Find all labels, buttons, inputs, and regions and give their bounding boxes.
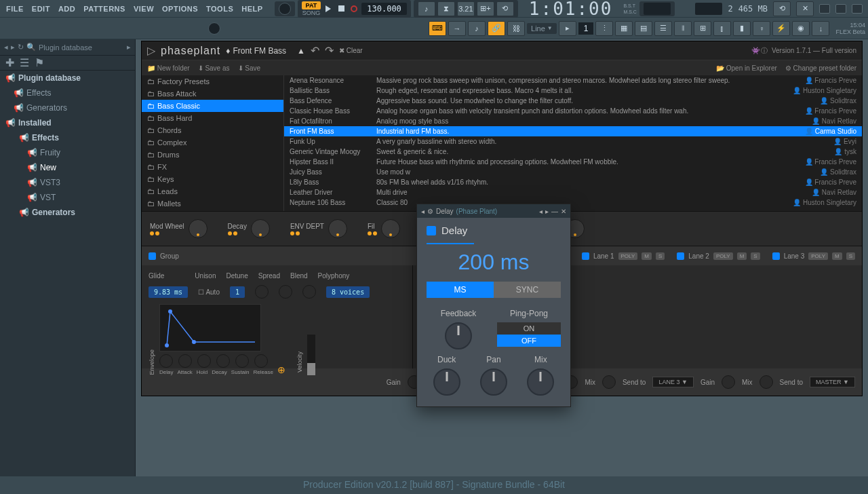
flag-icon[interactable]: ⚑ [35, 56, 44, 69]
blend-knob[interactable] [302, 285, 316, 299]
note-button[interactable]: ♪ [468, 21, 486, 36]
auto-scroll-button[interactable]: 🔗 [488, 21, 505, 36]
delay-time-value[interactable]: 200 ms [417, 247, 570, 282]
preset-folder[interactable]: 🗀 Complex [142, 136, 283, 149]
close-all-button[interactable]: ↓ [812, 21, 829, 36]
decay-knob[interactable] [216, 354, 230, 368]
preset-folder[interactable]: 🗀 Motion [142, 210, 283, 211]
countdown-button[interactable]: 3.21 [457, 1, 475, 16]
minimize-button[interactable] [819, 4, 830, 14]
expand-icon[interactable]: ▸ [127, 43, 131, 52]
search-icon[interactable]: 🔍 [26, 43, 36, 52]
preset-folder[interactable]: 🗀 FX [142, 161, 283, 173]
sync-tab[interactable]: SYNC [494, 282, 561, 298]
step-edit-button[interactable]: → [448, 21, 466, 36]
preset-folder[interactable]: 🗀 Leads [142, 185, 283, 197]
loop-rec-button[interactable]: ⟲ [496, 1, 514, 16]
pan-knob[interactable] [480, 368, 507, 396]
browser-path[interactable]: ◂ ▸ ↻ 🔍 Plugin database ▸ [0, 39, 135, 56]
detune-knob[interactable] [255, 285, 269, 299]
velocity-slider[interactable] [307, 335, 315, 375]
preset-row[interactable]: Hipster Bass IIFuture House bass with rh… [284, 157, 862, 167]
gain-knob-3[interactable] [722, 375, 735, 389]
send-dest-3[interactable]: MASTER ▼ [810, 377, 855, 387]
spread-knob[interactable] [279, 285, 292, 299]
play-button[interactable] [323, 3, 334, 14]
lane-2[interactable]: Lane 2POLYMS [677, 252, 760, 260]
preset-row[interactable]: Leather DriverMulti drive👤 Navi Retlav [284, 187, 862, 197]
menu-icon[interactable]: ◂ [421, 208, 425, 215]
overdub-button[interactable]: ⊞+ [477, 1, 494, 16]
sidebar-item[interactable]: 📢 Generators [0, 205, 135, 220]
stop-button[interactable] [336, 3, 347, 14]
envelope-graph[interactable] [159, 304, 261, 352]
file-button[interactable]: ♀ [753, 21, 770, 36]
pattern-mode-button[interactable]: PAT [302, 1, 321, 10]
delay-titlebar[interactable]: ◂ ⚙ Delay (Phase Plant) ◂ ▸ — ✕ [417, 204, 570, 218]
open-explorer-button[interactable]: 📂 Open in Explorer [716, 64, 777, 72]
preset-folder[interactable]: 🗀 Bass Attack [142, 88, 283, 100]
preset-folder[interactable]: 🗀 Bass Classic [142, 100, 283, 112]
duck-knob[interactable] [433, 368, 460, 396]
preset-row[interactable]: Generic Vintage MoogySweet & generic & n… [284, 147, 862, 157]
switch-button[interactable]: ✕ [796, 1, 814, 16]
sidebar-item[interactable]: 📢 Effects [0, 130, 135, 145]
preset-folder[interactable]: 🗀 Factory Presets [142, 75, 283, 88]
record-button[interactable] [349, 3, 359, 14]
menu-edit[interactable]: EDIT [28, 2, 54, 16]
preset-row[interactable]: Neptune 106 BassClassic 80👤 Huston Singl… [284, 197, 862, 208]
delay-knob[interactable] [159, 354, 173, 368]
menu-patterns[interactable]: PATTERNS [80, 2, 129, 16]
attack-knob[interactable] [178, 354, 192, 368]
mix-knob-3[interactable] [760, 375, 773, 389]
render-button[interactable]: ⚡ [772, 21, 790, 36]
back-icon[interactable]: ◂ [4, 43, 8, 52]
metronome-button[interactable]: ♪ [418, 1, 435, 16]
polyphony-value[interactable]: 8 voices [326, 286, 370, 298]
plugin-picker-button[interactable]: ▮ [733, 21, 751, 36]
add-module-button[interactable]: ⊕ [277, 364, 285, 375]
pattern-number[interactable]: 1 [578, 22, 594, 35]
send-dest-2[interactable]: LANE 3 ▼ [652, 377, 693, 387]
release-knob[interactable] [254, 354, 268, 368]
preset-folder[interactable]: 🗀 Drums [142, 149, 283, 161]
add-icon[interactable]: ✚ [5, 56, 14, 69]
preset-row[interactable]: Arena ResonanceMassive prog rock bass sw… [284, 75, 862, 86]
time-mode-labels[interactable]: B.S.TM.S.C [623, 3, 636, 14]
macro-control[interactable]: Mod Wheel [150, 219, 208, 238]
channel-rack-button[interactable]: ☰ [654, 21, 672, 36]
tempo-tap-button[interactable]: ⫿ [713, 21, 731, 36]
change-folder-button[interactable]: ⚙ Change preset folder [785, 64, 856, 72]
pingpong-toggle[interactable]: ON OFF [497, 322, 561, 347]
playlist-button[interactable]: ▦ [615, 21, 633, 36]
link-button[interactable]: ⛓ [507, 21, 525, 36]
preset-row[interactable]: Juicy BassUse mod w👤 Solidtrax [284, 167, 862, 177]
hold-knob[interactable] [197, 354, 211, 368]
unison-value[interactable]: 1 [230, 286, 245, 298]
menu-help[interactable]: HELP [238, 2, 266, 16]
preset-row[interactable]: Front FM BassIndustrial hard FM bass.👤 C… [284, 126, 862, 136]
min-icon[interactable]: — [551, 208, 558, 215]
sidebar-item[interactable]: 📢 Generators [0, 100, 135, 115]
pattern-prev-button[interactable]: ▸ [559, 21, 576, 36]
forward-icon[interactable]: ▸ [11, 43, 15, 52]
close-icon[interactable]: ✕ [561, 208, 566, 215]
preset-folder[interactable]: 🗀 Keys [142, 173, 283, 185]
menu-options[interactable]: OPTIONS [159, 2, 201, 16]
group-checkbox[interactable] [149, 252, 156, 260]
clear-button[interactable]: ✖ Clear [339, 47, 363, 54]
piano-roll-button[interactable]: ▤ [635, 21, 652, 36]
preset-folder[interactable]: 🗀 Bass Hard [142, 112, 283, 124]
preset-row[interactable]: L8ly Bass80s FM Ba wheel adds v1/16 rhty… [284, 177, 862, 187]
sidebar-item[interactable]: 📢 New [0, 160, 135, 175]
glide-value[interactable]: 9.83 ms [149, 286, 188, 298]
sidebar-item[interactable]: 📢 Fruity [0, 145, 135, 160]
preset-row[interactable]: Fat OctafiltronAnalog moog style bass👤 N… [284, 116, 862, 126]
mixer-button[interactable]: ⫴ [674, 21, 692, 36]
wait-input-button[interactable]: ⧗ [437, 1, 455, 16]
song-position-display[interactable]: 1:01:00 [529, 0, 613, 19]
lane-3[interactable]: Lane 3POLYMS [772, 252, 855, 260]
macro-control[interactable]: Fil [368, 219, 400, 238]
preset-folder[interactable]: 🗀 Mallets [142, 197, 283, 210]
menu-view[interactable]: VIEW [130, 2, 157, 16]
